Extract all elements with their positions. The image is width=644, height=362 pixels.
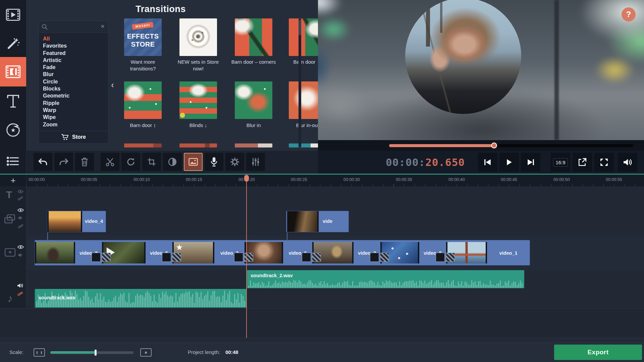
fullscreen-icon (600, 158, 608, 167)
overlay-mute-toggle[interactable] (18, 216, 23, 222)
sidebar-item-titles[interactable] (0, 88, 26, 115)
sidebar-item-clip-properties[interactable] (0, 153, 26, 170)
zoom-fit-button[interactable] (34, 348, 45, 357)
play-button[interactable] (499, 153, 519, 172)
panel-scrollbar[interactable] (299, 18, 301, 147)
category-featured[interactable]: Featured (43, 50, 107, 57)
store-button[interactable]: Store (39, 131, 108, 143)
category-fade[interactable]: Fade (43, 64, 107, 71)
tile-peek (289, 143, 318, 147)
tile-blur-in-out[interactable] (289, 81, 318, 119)
tile-blur-in[interactable] (235, 81, 272, 119)
help-button[interactable]: ? (622, 7, 636, 21)
rotate-button[interactable] (121, 153, 140, 171)
overlay-clip-video4[interactable]: video_4 (47, 211, 106, 232)
add-track-button[interactable]: + (0, 175, 26, 186)
seek-bar-handle[interactable] (491, 142, 497, 148)
record-voice-button[interactable] (205, 153, 223, 171)
tile-barn-door-vertical[interactable] (124, 81, 162, 119)
next-frame-button[interactable] (521, 153, 540, 172)
audio-track[interactable]: ♪ soundtrack_2.wav soundtrack.wav (0, 270, 644, 309)
audio-clip-soundtrack2[interactable]: soundtrack_2.wav (247, 270, 524, 288)
audio-levels-button[interactable] (246, 153, 265, 171)
trash-icon (80, 157, 89, 167)
microphone-icon (210, 157, 218, 167)
aspect-ratio-value: 16:9 (553, 158, 568, 167)
sidebar-item-media[interactable] (0, 3, 26, 27)
audio-track-icon: ♪ (7, 292, 13, 305)
overlay-link-toggle[interactable] (18, 224, 23, 230)
redo-icon (58, 158, 69, 166)
audio-volume-toggle[interactable] (17, 283, 23, 290)
timeline-scroll-strip[interactable] (0, 338, 644, 343)
redo-button[interactable] (54, 153, 73, 171)
fullscreen-button[interactable] (594, 153, 614, 172)
export-frame-button[interactable] (573, 153, 592, 172)
transition-badge[interactable] (436, 253, 456, 264)
tile-blinds[interactable] (179, 81, 217, 119)
store-label: Store (72, 134, 86, 140)
tile-label: Barn door ↕ (117, 122, 168, 129)
undo-button[interactable] (34, 153, 52, 171)
overlay-track[interactable]: video_4 vide (0, 205, 644, 236)
video-track-header (0, 235, 26, 270)
timeline-ruler[interactable]: + 00:00:00 00:00:05 00:00:10 00:00:15 00… (0, 175, 644, 186)
sidebar-item-stickers[interactable]: ★ (0, 117, 26, 143)
category-blur[interactable]: Blur (43, 71, 107, 78)
transition-badge[interactable] (370, 253, 390, 264)
category-circle[interactable]: Circle (43, 78, 107, 85)
transitions-tool-button[interactable] (184, 153, 203, 171)
category-artistic[interactable]: Artistic (43, 57, 107, 64)
transition-badge[interactable] (92, 253, 112, 264)
split-button[interactable] (101, 153, 119, 171)
search-clear-icon[interactable]: ✕ (99, 23, 106, 30)
export-button[interactable]: Export (554, 345, 642, 360)
video-mute-toggle[interactable] (18, 253, 23, 259)
clip-thumbnail-video8[interactable] (35, 242, 75, 263)
video-visibility-toggle[interactable] (17, 245, 24, 251)
tile-new-sets[interactable] (179, 18, 217, 56)
crop-button[interactable] (142, 153, 161, 171)
category-zoom[interactable]: Zoom (43, 121, 107, 128)
category-blocks[interactable]: Blocks (43, 85, 107, 92)
category-all[interactable]: All (43, 35, 107, 42)
sidebar-item-filters[interactable] (0, 32, 26, 56)
category-wipe[interactable]: Wipe (43, 114, 107, 121)
transition-badge[interactable] (302, 253, 322, 264)
scale-slider-handle[interactable] (95, 350, 97, 356)
tile-peek (124, 143, 162, 147)
titles-track[interactable]: T (0, 186, 644, 205)
overlay-clip-video[interactable]: vide (286, 211, 349, 232)
settings-button[interactable] (225, 153, 244, 171)
category-warp[interactable]: Warp (43, 107, 107, 114)
volume-button[interactable] (618, 153, 637, 172)
titles-visibility-toggle[interactable] (17, 189, 23, 195)
aspect-ratio-button[interactable]: 16:9 (551, 153, 570, 172)
seek-bar[interactable] (389, 144, 633, 147)
scale-slider[interactable] (50, 351, 133, 354)
previous-frame-button[interactable] (478, 153, 497, 172)
sidebar-item-transitions[interactable] (0, 57, 26, 86)
collapse-panel-arrow[interactable]: ‹ (111, 80, 114, 90)
category-ripple[interactable]: Ripple (43, 100, 107, 107)
tile-label: Barn door – corners (228, 59, 279, 65)
playhead-pin[interactable] (244, 175, 249, 182)
audio-clip-soundtrack[interactable]: soundtrack.wav (35, 289, 247, 308)
audio-unlink-toggle[interactable] (17, 291, 23, 298)
zoom-full-button[interactable] (140, 348, 152, 357)
overlay-visibility-toggle[interactable] (17, 208, 24, 214)
tile-barn-door-corners[interactable] (235, 18, 272, 56)
tile-effects-store[interactable]: MOVAVI EFFECTS STORE (124, 18, 162, 56)
panel-scrollbar-thumb[interactable] (299, 20, 301, 35)
transition-badge[interactable] (234, 253, 254, 264)
star-icon: ★ (10, 127, 15, 134)
category-favorites[interactable]: Favorites (43, 42, 107, 49)
playhead[interactable] (246, 175, 247, 338)
color-adjust-button[interactable] (163, 153, 182, 171)
category-geometric[interactable]: Geometric (43, 92, 107, 99)
transition-badge[interactable] (162, 253, 182, 264)
tile-barn-door-horizontal[interactable] (289, 18, 318, 56)
delete-button[interactable] (75, 153, 94, 171)
titles-link-toggle[interactable] (18, 196, 23, 202)
search-input[interactable]: ✕ (39, 21, 108, 33)
